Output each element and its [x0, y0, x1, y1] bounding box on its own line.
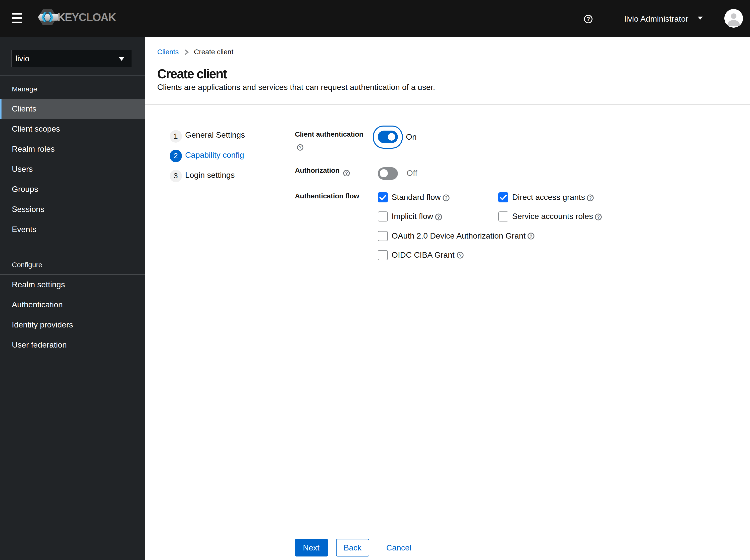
svg-text:?: ? — [345, 170, 348, 176]
svg-text:?: ? — [597, 214, 600, 219]
svg-text:?: ? — [587, 16, 590, 22]
svg-text:?: ? — [299, 145, 301, 150]
svg-text:?: ? — [459, 253, 462, 258]
svg-text:?: ? — [437, 214, 440, 219]
svg-text:?: ? — [445, 195, 448, 200]
svg-text:?: ? — [589, 195, 592, 200]
svg-text:KEYCLOAK: KEYCLOAK — [57, 11, 116, 23]
svg-text:?: ? — [530, 234, 533, 239]
